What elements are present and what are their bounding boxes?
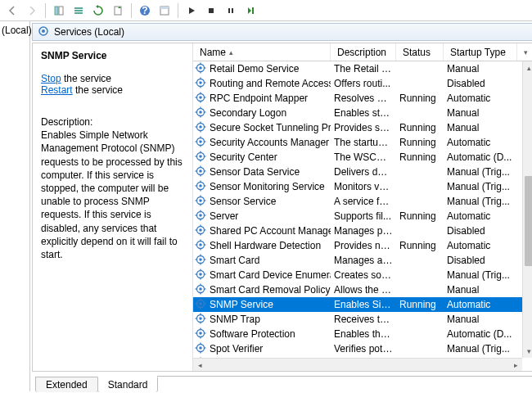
scroll-thumb[interactable] <box>525 176 532 266</box>
back-button[interactable] <box>3 2 21 20</box>
start-button[interactable] <box>183 2 201 20</box>
service-name: Security Center <box>210 151 277 163</box>
service-name: SNMP Trap <box>210 314 260 325</box>
svg-rect-12 <box>232 8 233 13</box>
service-row[interactable]: Smart Card Removal PolicyAllows the s...… <box>193 282 532 297</box>
service-desc: A service fo... <box>331 196 396 207</box>
column-startup[interactable]: Startup Type <box>444 43 517 61</box>
service-icon <box>195 121 206 135</box>
service-row[interactable]: ServerSupports fil...RunningAutomatic <box>193 209 532 224</box>
column-description[interactable]: Description <box>331 43 396 61</box>
service-status: Running <box>396 122 444 133</box>
service-name: SNMP Service <box>210 299 273 310</box>
service-startup: Disabled <box>444 225 517 237</box>
svg-point-77 <box>199 214 202 217</box>
tree-node-local[interactable]: (Local) <box>2 25 32 36</box>
help-button[interactable]: ? <box>136 2 154 20</box>
show-hide-button[interactable] <box>50 2 68 20</box>
service-status: Running <box>396 137 444 148</box>
stop-link[interactable]: Stop <box>41 73 61 84</box>
scroll-up-icon[interactable]: ▴ <box>523 61 532 75</box>
separator <box>131 3 132 18</box>
service-row[interactable]: Sensor Data ServiceDelivers dat...Manual… <box>193 165 532 179</box>
service-desc: The Retail D... <box>331 63 396 75</box>
restart-button[interactable] <box>241 2 259 20</box>
service-row[interactable]: SNMP TrapReceives tra...Manual <box>193 312 532 327</box>
svg-point-71 <box>199 199 202 202</box>
service-icon <box>195 239 206 253</box>
properties-button[interactable] <box>156 2 174 20</box>
scroll-left-icon[interactable]: ◂ <box>193 359 206 371</box>
service-startup: Disabled <box>444 78 517 89</box>
vertical-scrollbar[interactable]: ▴ ▾ <box>522 61 532 358</box>
service-row[interactable]: Secure Socket Tunneling Pr...Provides su… <box>193 120 532 135</box>
column-status[interactable]: Status <box>396 43 444 61</box>
service-row[interactable]: Retail Demo ServiceThe Retail D...Manual <box>193 61 532 76</box>
service-row[interactable]: Smart CardManages ac...Disabled <box>193 253 532 268</box>
service-desc: Enables star... <box>331 107 396 119</box>
service-row[interactable]: Shell Hardware DetectionProvides no...Ru… <box>193 238 532 253</box>
tree-pane[interactable]: (Local) <box>0 21 30 391</box>
stop-button[interactable] <box>202 2 220 20</box>
svg-rect-10 <box>209 8 214 13</box>
service-row[interactable]: Software ProtectionEnables the ...Automa… <box>193 327 532 341</box>
description-label: Description: <box>41 115 184 129</box>
service-row[interactable]: Shared PC Account ManagerManages pr...Di… <box>193 224 532 238</box>
export-button[interactable] <box>109 2 127 20</box>
column-name[interactable]: Name▴ <box>193 43 331 61</box>
service-row[interactable]: Secondary LogonEnables star...Manual <box>193 106 532 120</box>
service-desc: The WSCSV... <box>331 151 396 163</box>
restart-link[interactable]: Restart <box>41 84 73 96</box>
service-name: Sensor Monitoring Service <box>210 181 325 192</box>
pause-button[interactable] <box>222 2 240 20</box>
svg-rect-1 <box>59 7 63 15</box>
service-name: Smart Card <box>210 255 259 266</box>
service-desc: Manages pr... <box>331 225 396 237</box>
horizontal-scrollbar[interactable]: ◂ ▸ <box>193 358 522 371</box>
pane-title: Services (Local) <box>54 26 124 38</box>
grid-body[interactable]: Retail Demo ServiceThe Retail D...Manual… <box>193 61 532 371</box>
service-desc: Enables the ... <box>331 328 396 340</box>
tab-extended[interactable]: Extended <box>35 377 98 392</box>
service-name: Secondary Logon <box>210 107 286 119</box>
svg-point-101 <box>199 273 202 276</box>
service-startup: Manual (Trig... <box>444 343 517 355</box>
service-icon <box>195 106 206 120</box>
service-row[interactable]: Routing and Remote AccessOffers routi...… <box>193 76 532 91</box>
service-row[interactable]: RPC Endpoint MapperResolves RP...Running… <box>193 91 532 106</box>
service-row[interactable]: Spot VerifierVerifies pote...Manual (Tri… <box>193 341 532 356</box>
service-icon <box>195 254 206 268</box>
scroll-down-icon[interactable]: ▾ <box>523 345 532 358</box>
svg-point-35 <box>199 111 202 114</box>
tab-standard[interactable]: Standard <box>97 377 159 392</box>
separator <box>45 3 46 18</box>
service-row[interactable]: Security CenterThe WSCSV...RunningAutoma… <box>193 150 532 165</box>
service-row[interactable]: Security Accounts ManagerThe startup ...… <box>193 135 532 150</box>
scroll-right-icon[interactable]: ▸ <box>509 359 522 371</box>
service-icon <box>195 327 206 341</box>
service-row[interactable]: Sensor Monitoring ServiceMonitors va...M… <box>193 179 532 194</box>
service-startup: Automatic <box>444 137 517 148</box>
svg-point-47 <box>199 140 202 143</box>
forward-button[interactable] <box>23 2 41 20</box>
service-status: Running <box>396 210 444 222</box>
svg-point-119 <box>199 317 202 320</box>
service-icon <box>195 210 206 224</box>
service-row[interactable]: Sensor ServiceA service fo...Manual (Tri… <box>193 194 532 209</box>
service-startup: Manual (Trig... <box>444 181 517 192</box>
service-row[interactable]: Smart Card Device Enumera...Creates soft… <box>193 268 532 282</box>
svg-point-23 <box>199 81 202 84</box>
refresh-button[interactable] <box>89 2 107 20</box>
svg-rect-9 <box>160 7 169 9</box>
list-button[interactable] <box>70 2 88 20</box>
service-desc: Manages ac... <box>331 255 396 266</box>
service-startup: Automatic <box>444 240 517 251</box>
service-desc: The startup ... <box>331 137 396 148</box>
separator <box>178 3 178 18</box>
service-startup: Disabled <box>444 255 517 266</box>
chevron-down-icon[interactable]: ▾ <box>524 48 528 56</box>
service-row[interactable]: SNMP ServiceEnables Sim...RunningAutomat… <box>193 297 532 312</box>
service-name: Routing and Remote Access <box>210 78 331 89</box>
service-desc: Creates soft... <box>331 269 396 281</box>
service-icon <box>195 224 206 238</box>
